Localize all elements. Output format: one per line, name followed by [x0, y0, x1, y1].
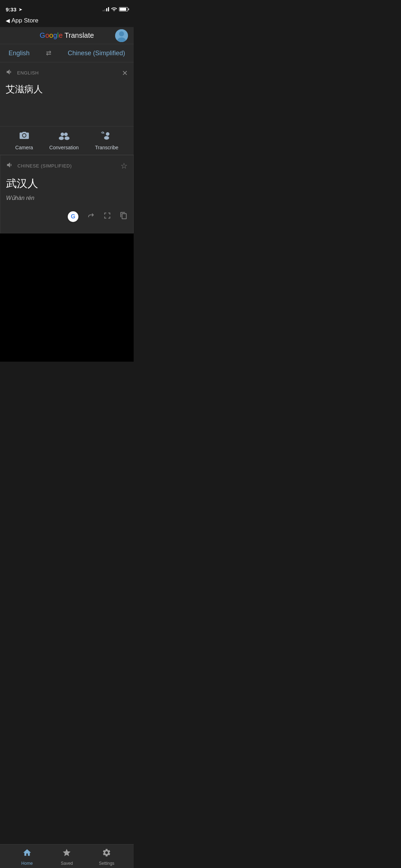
swap-languages-icon[interactable]: ⇄: [46, 49, 51, 57]
source-language-button[interactable]: English: [9, 50, 30, 57]
tools-row: Camera Conversation Transcribe: [0, 126, 134, 155]
battery-icon: [119, 7, 128, 11]
target-language-button[interactable]: Chinese (Simplified): [68, 50, 125, 57]
output-lang-label: CHINESE (SIMPLIFIED): [17, 163, 72, 169]
svg-point-4: [61, 133, 64, 136]
favorite-icon[interactable]: ☆: [120, 161, 128, 171]
conversation-label: Conversation: [49, 145, 79, 150]
svg-point-1: [119, 31, 124, 36]
svg-point-3: [23, 134, 26, 137]
avatar[interactable]: [115, 29, 128, 42]
title-g2: g: [53, 31, 57, 39]
camera-tool[interactable]: Camera: [15, 131, 33, 150]
fullscreen-button[interactable]: [103, 212, 111, 222]
output-area: CHINESE (SIMPLIFIED) ☆ 武汉人 Wǔhàn rén G: [0, 155, 134, 233]
svg-point-6: [59, 136, 64, 140]
status-right: [103, 7, 128, 12]
output-main-text: 武汉人: [6, 176, 128, 190]
empty-content-area: [0, 233, 134, 333]
transcribe-label: Transcribe: [95, 145, 119, 150]
status-left: 9:33 ➤: [6, 6, 22, 12]
output-lang-row: CHINESE (SIMPLIFIED) ☆: [6, 161, 128, 171]
location-icon: ➤: [19, 7, 22, 12]
input-lang-left: ENGLISH: [6, 68, 39, 78]
google-feedback-button[interactable]: G: [68, 211, 78, 222]
camera-label: Camera: [15, 145, 33, 150]
conversation-icon: [58, 131, 70, 143]
camera-icon: [19, 131, 30, 143]
app-store-label: App Store: [11, 17, 38, 24]
input-text[interactable]: 艾滋病人: [6, 83, 128, 95]
input-lang-label: ENGLISH: [17, 70, 39, 76]
svg-point-7: [65, 136, 70, 140]
output-romanized-text: Wǔhàn rén: [6, 195, 128, 201]
app-title: Google Translate: [40, 31, 94, 40]
app-store-back-bar[interactable]: ◀ App Store: [0, 16, 134, 27]
title-o2: o: [49, 31, 53, 39]
transcribe-icon: [101, 131, 112, 143]
back-arrow-icon: ◀: [6, 17, 10, 24]
transcribe-tool[interactable]: Transcribe: [95, 131, 119, 150]
share-button[interactable]: [87, 212, 95, 222]
input-lang-row: ENGLISH ✕: [6, 68, 128, 78]
wifi-icon: [111, 7, 117, 12]
title-translate: Translate: [63, 31, 94, 39]
conversation-tool[interactable]: Conversation: [49, 131, 79, 150]
signal-bars: [103, 7, 109, 11]
input-speaker-icon[interactable]: [6, 68, 14, 78]
title-e: e: [59, 31, 63, 39]
output-speaker-icon[interactable]: [6, 161, 14, 171]
status-bar: 9:33 ➤: [0, 0, 134, 16]
title-o1: o: [45, 31, 49, 39]
app-header: Google Translate: [0, 27, 134, 44]
output-actions: G: [6, 208, 128, 222]
output-lang-left: CHINESE (SIMPLIFIED): [6, 161, 72, 171]
input-area: ENGLISH ✕ 艾滋病人: [0, 62, 134, 126]
svg-point-8: [106, 132, 109, 136]
status-time: 9:33: [6, 6, 16, 12]
google-g-letter: G: [71, 213, 75, 220]
copy-button[interactable]: [120, 212, 128, 222]
svg-point-5: [64, 133, 68, 136]
language-selector: English ⇄ Chinese (Simplified): [0, 44, 134, 62]
svg-point-9: [104, 136, 109, 140]
title-g: G: [40, 31, 45, 39]
clear-input-icon[interactable]: ✕: [122, 69, 128, 77]
